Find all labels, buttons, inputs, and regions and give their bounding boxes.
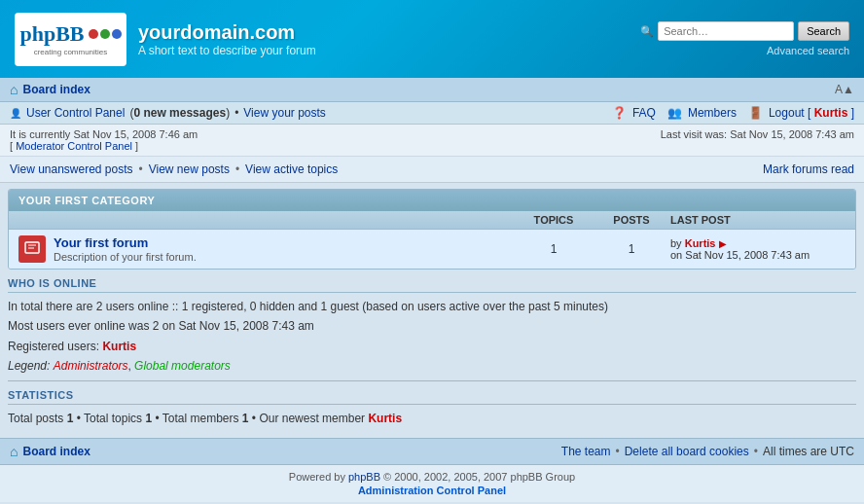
forum-status-icon (18, 235, 46, 263)
site-description: A short text to describe your forum (138, 44, 316, 57)
breadcrumb: ⌂ Board index (10, 82, 90, 97)
team-link[interactable]: The team (561, 445, 611, 458)
site-header: phpBB creating communities yourdomain.co… (0, 0, 864, 78)
quick-links-left: View unanswered posts • View new posts •… (10, 162, 338, 176)
most-users-line: Most users ever online was 2 on Sat Nov … (8, 316, 856, 336)
logout-link[interactable]: Logout [ Kurtis ] (769, 106, 854, 120)
total-topics-label: Total topics (84, 412, 142, 425)
footer-breadcrumb: ⌂ Board index (10, 444, 90, 459)
advanced-search-link[interactable]: Advanced search (767, 45, 849, 56)
statistics-content: Total posts 1 • Total topics 1 • Total m… (8, 409, 856, 428)
category-header: YOUR FIRST CATEGORY (9, 190, 855, 211)
last-post-icon: ▶ (719, 238, 727, 249)
stats-prefix: Total posts (8, 412, 63, 425)
statistics-header: STATISTICS (8, 389, 856, 405)
view-posts-link[interactable]: View your posts (243, 106, 326, 120)
search-icon: 🔍 (640, 25, 654, 38)
new-messages-bold: 0 new messages (133, 106, 226, 120)
font-change-control[interactable]: A▲ (835, 83, 854, 96)
admin-panel-link[interactable]: Administration Control Panel (10, 485, 854, 496)
ql-sep1: • (139, 162, 143, 176)
separator: • (234, 106, 238, 120)
logo-balls (89, 29, 122, 39)
logo-top: phpBB (19, 21, 121, 47)
forum-info: Your first forum Description of your fir… (54, 235, 515, 263)
nav-bar: ⌂ Board index A▲ (0, 78, 864, 102)
search-button[interactable]: Search (798, 21, 849, 41)
footer-sep2: • (754, 445, 758, 458)
user-right: ❓ FAQ 👥 Members 🚪 Logout [ Kurtis ] (612, 106, 854, 120)
members-link[interactable]: Members (688, 106, 737, 120)
last-post-time: on Sat Nov 15, 2008 7:43 am (670, 249, 810, 261)
current-time-area: It is currently Sat Nov 15, 2008 7:46 am… (10, 128, 198, 152)
new-posts-link[interactable]: View new posts (149, 162, 230, 176)
newest-member-label: Our newest member (259, 412, 365, 425)
last-visit: Last visit was: Sat Nov 15, 2008 7:43 am (661, 128, 854, 140)
logo-ball-blue (112, 29, 122, 39)
who-is-online-header: WHO IS ONLINE (8, 277, 856, 293)
forum-section: YOUR FIRST CATEGORY TOPICS POSTS LAST PO… (8, 189, 856, 270)
site-title-area: yourdomain.com A short text to describe … (138, 21, 316, 57)
last-post-user-link[interactable]: Kurtis (685, 237, 716, 249)
members-icon: 👥 (667, 106, 682, 120)
user-panel-icon: 👤 (10, 108, 21, 119)
forum-posts-count: 1 (593, 242, 670, 256)
footer-board-index-link[interactable]: Board index (22, 445, 90, 458)
total-topics-value: 1 (145, 412, 152, 425)
delete-cookies-link[interactable]: Delete all board cookies (625, 445, 749, 458)
unanswered-posts-link[interactable]: View unanswered posts (10, 162, 133, 176)
current-time: It is currently Sat Nov 15, 2008 7:46 am (10, 128, 198, 140)
board-index-link[interactable]: Board index (22, 83, 90, 96)
footer-right-links: The team • Delete all board cookies • Al… (561, 445, 854, 458)
footer-home-icon: ⌂ (10, 444, 18, 459)
total-members-label: Total members (162, 412, 239, 425)
faq-link[interactable]: FAQ (632, 106, 656, 120)
new-messages-label: (0 new messages) (129, 106, 230, 120)
forum-last-post: by Kurtis ▶ on Sat Nov 15, 2008 7:43 am (670, 237, 846, 261)
faq-icon: ❓ (612, 106, 627, 120)
phpbb-logo-text: phpBB (19, 21, 84, 47)
total-posts-value: 1 (67, 412, 74, 425)
registered-user-link[interactable]: Kurtis (102, 340, 136, 353)
phpbb-link[interactable]: phpBB (348, 471, 380, 483)
timezone-label: All times are UTC (763, 445, 854, 458)
quick-links-bar: View unanswered posts • View new posts •… (0, 157, 864, 183)
powered-by-label: Powered by (289, 471, 345, 483)
registered-users-line: Registered users: Kurtis (8, 337, 856, 356)
legend-label: Legend: (8, 359, 50, 373)
logo-box: phpBB creating communities (15, 13, 126, 66)
divider1 (8, 380, 856, 381)
info-bar: It is currently Sat Nov 15, 2008 7:46 am… (0, 125, 864, 157)
site-domain: yourdomain.com (138, 21, 316, 44)
user-left: 👤 User Control Panel (0 new messages) • … (10, 106, 326, 120)
moderator-panel-link[interactable]: Moderator Control Panel (16, 140, 132, 152)
registered-users-label: Registered users: (8, 340, 99, 353)
col-header-posts: POSTS (593, 214, 670, 226)
col-header-name (18, 214, 515, 226)
mark-forums-read-link[interactable]: Mark forums read (763, 162, 854, 176)
footer-sep1: • (616, 445, 620, 458)
forum-column-headers: TOPICS POSTS LAST POST (9, 211, 855, 229)
logo-ball-green (100, 29, 110, 39)
forum-description: Description of your first forum. (54, 251, 515, 263)
logo-area: phpBB creating communities yourdomain.co… (15, 13, 316, 66)
forum-topics-count: 1 (515, 242, 593, 256)
search-input[interactable] (658, 21, 794, 41)
logged-in-user: Kurtis (814, 106, 848, 120)
user-control-panel-link[interactable]: User Control Panel (26, 106, 125, 120)
legend-line: Legend: Administrators, Global moderator… (8, 356, 856, 376)
newest-member-link[interactable]: Kurtis (368, 412, 402, 425)
logo-ball-red (89, 29, 98, 39)
col-header-topics: TOPICS (515, 214, 593, 226)
total-users-line: In total there are 2 users online :: 1 r… (8, 297, 856, 316)
col-header-last-post: LAST POST (670, 214, 846, 226)
forum-title-link[interactable]: Your first forum (54, 235, 148, 250)
footer-nav: ⌂ Board index The team • Delete all boar… (0, 438, 864, 465)
user-bar: 👤 User Control Panel (0 new messages) • … (0, 102, 864, 125)
statistics-section: STATISTICS Total posts 1 • Total topics … (8, 389, 856, 428)
ql-sep2: • (235, 162, 239, 176)
last-visit-area: Last visit was: Sat Nov 15, 2008 7:43 am (661, 128, 854, 152)
total-members-value: 1 (242, 412, 249, 425)
logo-subtitle: creating communities (34, 48, 108, 56)
active-topics-link[interactable]: View active topics (245, 162, 338, 176)
